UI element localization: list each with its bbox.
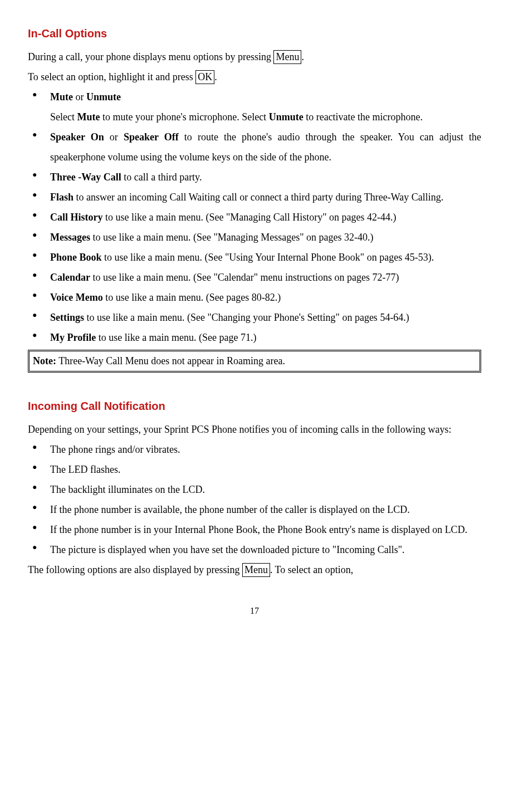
in-call-options-list: Mute or Unmute Select Mute to mute your … (28, 87, 481, 348)
list-item: Calendar to use like a main menu. (See "… (28, 267, 481, 287)
text: to use like a main menu. (See pages 80-8… (103, 292, 281, 303)
text: to use like a main menu. (See page 71.) (96, 332, 256, 343)
note-label: Note: (33, 355, 56, 366)
list-item: Speaker On or Speaker Off to route the p… (28, 127, 481, 167)
list-item: The backlight illuminates on the LCD. (28, 480, 481, 500)
option-call-history: Call History (50, 212, 103, 223)
option-mute: Mute (50, 91, 73, 102)
list-item: Phone Book to use like a main menu. (See… (28, 247, 481, 267)
intro-line-1: During a call, your phone displays menu … (28, 47, 481, 67)
option-three-way: Three -Way Call (50, 172, 121, 183)
text: or (104, 131, 124, 143)
option-calendar: Calendar (50, 272, 90, 283)
option-my-profile: My Profile (50, 332, 96, 343)
option-flash: Flash (50, 192, 74, 203)
text: to use like a main menu. (See "Changing … (84, 312, 409, 323)
key-ok: OK (195, 70, 214, 84)
text-bold: Mute (77, 111, 100, 123)
list-item: The picture is displayed when you have s… (28, 540, 481, 560)
option-voice-memo: Voice Memo (50, 292, 103, 303)
list-item: Voice Memo to use like a main menu. (See… (28, 287, 481, 307)
list-item: If the phone number is in your Internal … (28, 520, 481, 540)
list-item: Mute or Unmute Select Mute to mute your … (28, 87, 481, 127)
option-messages: Messages (50, 232, 90, 243)
text: The following options are also displayed… (28, 564, 242, 575)
list-item: Call History to use like a main menu. (S… (28, 207, 481, 227)
text-bold: Unmute (269, 111, 304, 123)
text: to mute your phone's microphone. Select (100, 111, 268, 123)
text: . (214, 71, 217, 82)
note-text: Three-Way Call Menu does not appear in R… (56, 355, 285, 366)
page-number: 17 (28, 602, 481, 620)
text: To select an option, highlight it and pr… (28, 71, 195, 82)
section-heading-in-call: In-Call Options (28, 22, 481, 45)
text: to answer an incoming Call Waiting call … (74, 192, 443, 203)
text: Select (50, 111, 77, 123)
list-item: Three -Way Call to call a third party. (28, 167, 481, 187)
list-item: The LED flashes. (28, 459, 481, 480)
incoming-intro: Depending on your settings, your Sprint … (28, 419, 481, 439)
list-item: Settings to use like a main menu. (See "… (28, 307, 481, 327)
list-item: If the phone number is available, the ph… (28, 500, 481, 520)
text: . (301, 51, 304, 62)
list-item: Flash to answer an incoming Call Waiting… (28, 187, 481, 207)
text: or (73, 91, 86, 102)
text: to use like a main menu. (See "Managing … (90, 232, 374, 243)
key-menu: Menu (242, 563, 270, 577)
option-unmute: Unmute (86, 91, 121, 102)
text: to use like a main menu. (See "Managing … (103, 212, 397, 223)
note-box: Note: Three-Way Call Menu does not appea… (28, 350, 481, 373)
list-item: The phone rings and/or vibrates. (28, 439, 481, 459)
list-item: My Profile to use like a main menu. (See… (28, 327, 481, 348)
option-settings: Settings (50, 312, 84, 323)
text: During a call, your phone displays menu … (28, 51, 273, 62)
option-desc: Select Mute to mute your phone's microph… (50, 107, 481, 127)
text: . To select an option, (270, 564, 353, 575)
section-heading-incoming: Incoming Call Notification (28, 395, 481, 417)
incoming-list: The phone rings and/or vibrates. The LED… (28, 439, 481, 560)
text: to use like a main menu. (See "Using You… (102, 252, 434, 263)
option-phone-book: Phone Book (50, 252, 102, 263)
text: to reactivate the microphone. (304, 111, 423, 123)
intro-line-2: To select an option, highlight it and pr… (28, 67, 481, 87)
option-speaker-on: Speaker On (50, 131, 104, 143)
list-item: Messages to use like a main menu. (See "… (28, 227, 481, 247)
key-menu: Menu (273, 50, 301, 64)
incoming-tail: The following options are also displayed… (28, 560, 481, 580)
text: to use like a main menu. (See "Calendar"… (90, 272, 399, 283)
option-speaker-off: Speaker Off (124, 131, 179, 143)
text: to call a third party. (121, 172, 202, 183)
